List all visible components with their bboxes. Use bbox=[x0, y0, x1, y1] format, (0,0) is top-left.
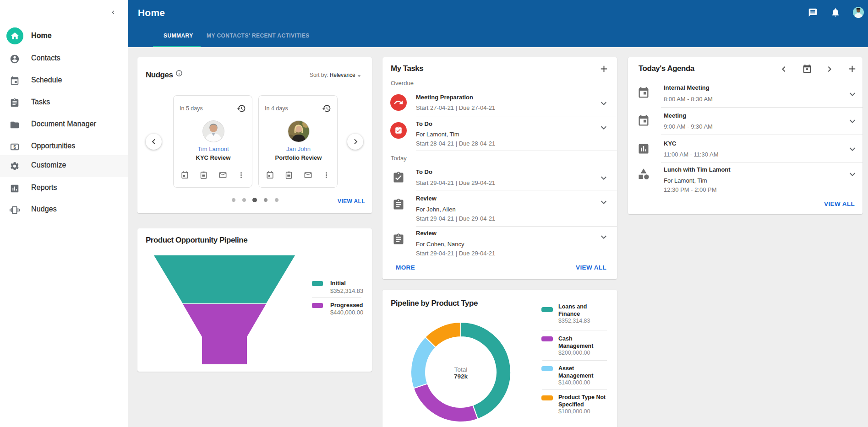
svg-text:$: $ bbox=[13, 145, 16, 150]
